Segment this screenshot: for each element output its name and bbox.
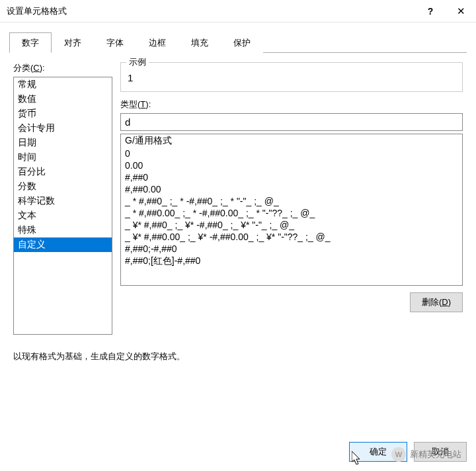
titlebar: 设置单元格格式 ? ✕ — [0, 0, 476, 22]
category-item[interactable]: 日期 — [14, 136, 112, 150]
tab-body-number: 分类(C): 常规数值货币会计专用日期时间百分比分数科学记数文本特殊自定义 示例… — [9, 53, 467, 363]
example-value: 1 — [128, 69, 456, 83]
category-item[interactable]: 会计专用 — [14, 121, 112, 136]
type-list-item[interactable]: #,##0;[红色]-#,##0 — [121, 255, 462, 268]
type-list-item[interactable]: 0 — [121, 148, 462, 159]
tab-5[interactable]: 保护 — [221, 32, 263, 53]
dialog-buttons: 确定 取消 — [349, 442, 467, 462]
close-button[interactable]: ✕ — [446, 0, 476, 22]
type-list-item[interactable]: G/通用格式 — [121, 134, 462, 148]
category-item[interactable]: 文本 — [14, 208, 112, 223]
tab-3[interactable]: 边框 — [136, 32, 178, 53]
delete-button[interactable]: 删除(D) — [410, 292, 463, 312]
category-item[interactable]: 科学记数 — [14, 194, 112, 208]
help-button[interactable]: ? — [415, 0, 446, 22]
type-list-item[interactable]: _ * #,##0.00_ ;_ * -#,##0.00_ ;_ * "-"??… — [121, 207, 462, 219]
type-listbox[interactable]: G/通用格式00.00#,##0#,##0.00_ * #,##0_ ;_ * … — [120, 134, 463, 286]
type-list-item[interactable]: #,##0.00 — [121, 183, 462, 195]
tab-2[interactable]: 字体 — [94, 32, 136, 53]
type-input[interactable] — [120, 113, 463, 131]
hint-text: 以现有格式为基础，生成自定义的数字格式。 — [13, 351, 463, 363]
example-legend: 示例 — [126, 56, 149, 68]
cancel-button[interactable]: 取消 — [414, 442, 467, 462]
type-list-item[interactable]: #,##0 — [121, 171, 462, 183]
tab-1[interactable]: 对齐 — [52, 32, 94, 53]
ok-button[interactable]: 确定 — [349, 442, 407, 462]
category-item[interactable]: 自定义 — [14, 237, 112, 252]
category-item[interactable]: 百分比 — [14, 165, 112, 179]
category-item[interactable]: 常规 — [14, 77, 112, 92]
type-list-item[interactable]: 0.00 — [121, 159, 462, 171]
example-fieldset: 示例 1 — [120, 62, 463, 92]
tab-bar: 数字对齐字体边框填充保护 — [9, 32, 467, 53]
window-title: 设置单元格格式 — [7, 5, 415, 17]
type-list-item[interactable]: _ ¥* #,##0_ ;_ ¥* -#,##0_ ;_ ¥* "-"_ ;_ … — [121, 219, 462, 231]
category-item[interactable]: 时间 — [14, 150, 112, 165]
type-list-item[interactable]: _ * #,##0_ ;_ * -#,##0_ ;_ * "-"_ ;_ @_ — [121, 195, 462, 207]
dialog-content: 数字对齐字体边框填充保护 分类(C): 常规数值货币会计专用日期时间百分比分数科… — [0, 22, 476, 363]
type-list-item[interactable]: _ ¥* #,##0.00_ ;_ ¥* -#,##0.00_ ;_ ¥* "-… — [121, 231, 462, 243]
category-item[interactable]: 货币 — [14, 107, 112, 121]
category-item[interactable]: 分数 — [14, 179, 112, 194]
type-label: 类型(T): — [120, 99, 463, 110]
category-item[interactable]: 数值 — [14, 92, 112, 107]
category-label: 分类(C): — [13, 62, 112, 74]
tab-0[interactable]: 数字 — [9, 32, 52, 53]
tab-4[interactable]: 填充 — [178, 32, 221, 53]
category-listbox[interactable]: 常规数值货币会计专用日期时间百分比分数科学记数文本特殊自定义 — [13, 77, 112, 335]
type-list-item[interactable]: #,##0;-#,##0 — [121, 243, 462, 255]
category-item[interactable]: 特殊 — [14, 223, 112, 237]
